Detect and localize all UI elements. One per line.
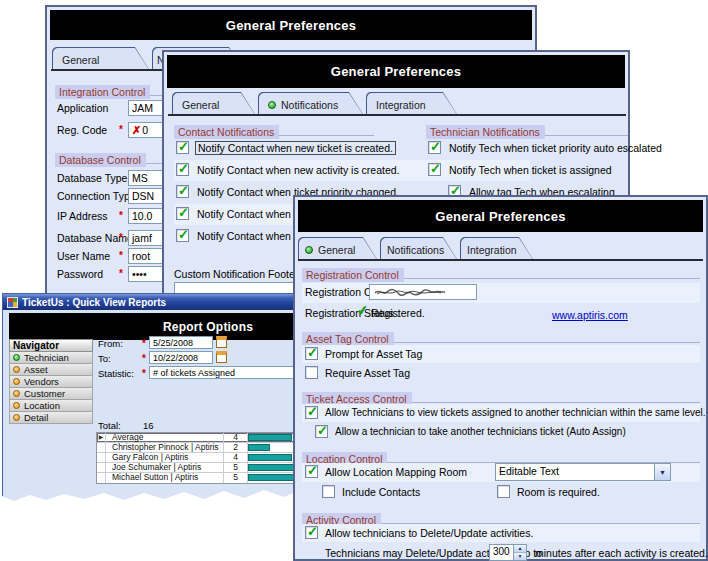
contact-notify-new-activity-checkbox[interactable]: [176, 163, 189, 176]
led-icon: [13, 414, 20, 421]
stepper-down-button[interactable]: ▼: [514, 553, 526, 560]
section-technician-notifications: Technician Notifications: [426, 122, 628, 136]
room-label: Room: [439, 466, 467, 478]
tech-notify-escalated-checkbox[interactable]: [428, 141, 441, 154]
application-label: Application: [57, 102, 108, 114]
registration-code-scribble: [373, 287, 447, 297]
dialog-title: General Preferences: [226, 18, 356, 33]
navigator-header: Navigator: [9, 339, 93, 352]
room-type-dropdown[interactable]: Editable Text ▼: [495, 463, 671, 481]
contact-notify-checkbox[interactable]: [176, 207, 189, 220]
section-location-control: Location Control: [302, 449, 700, 463]
table-row[interactable]: Joe Schumaker | Aptiris 5: [97, 463, 311, 473]
value-bar: [248, 454, 292, 461]
total-label: Total:: [98, 420, 121, 431]
dialog-title-bar: General Preferences: [298, 200, 703, 232]
nav-item-asset[interactable]: Asset: [9, 364, 93, 376]
contact-notify-new-ticket-checkbox[interactable]: [176, 141, 189, 154]
reg-code-label: Reg. Code: [57, 124, 107, 136]
dropdown-arrow-button[interactable]: ▼: [654, 464, 670, 480]
report-table: ▶ Average 4 Christopher Pinnock | Aptiri…: [96, 432, 312, 484]
aptiris-link[interactable]: www.aptiris.com: [552, 309, 628, 321]
require-asset-tag-checkbox[interactable]: [305, 366, 318, 379]
value-bar: [248, 444, 270, 451]
nav-item-vendors[interactable]: Vendors: [9, 376, 93, 388]
allow-delete-update-checkbox[interactable]: [305, 526, 318, 539]
value-bar: [248, 434, 292, 441]
table-row[interactable]: Michael Sutton | Aptiris 5: [97, 473, 311, 483]
led-icon: [13, 402, 20, 409]
allow-location-mapping-checkbox[interactable]: [305, 465, 318, 478]
app-icon: [7, 297, 18, 308]
stepper-up-button[interactable]: ▲: [514, 545, 526, 553]
window-general-preferences-front: General Preferences General Notification…: [293, 195, 708, 561]
statistic-label: Statistic:: [98, 368, 134, 379]
allow-take-ticket-checkbox[interactable]: [315, 425, 328, 438]
dialog-title: General Preferences: [435, 209, 565, 224]
from-date-field[interactable]: 5/25/2008: [149, 336, 213, 349]
allow-view-tickets-checkbox[interactable]: [305, 406, 318, 419]
led-icon: [13, 366, 20, 373]
custom-footer-label: Custom Notification Footer:: [174, 268, 301, 280]
led-icon: [13, 378, 20, 385]
led-icon: [13, 354, 20, 361]
dialog-title-bar: General Preferences: [167, 55, 625, 88]
registered-check-icon: ✔: [356, 302, 369, 318]
table-row[interactable]: ▶ Average 4: [97, 433, 311, 443]
table-row[interactable]: Gary Falcon | Aptiris 4: [97, 453, 311, 463]
nav-item-customer[interactable]: Customer: [9, 388, 93, 400]
nav-item-technician[interactable]: Technician: [9, 352, 93, 364]
registration-status-value: Registered.: [371, 307, 425, 319]
tab-strip-line: [298, 237, 703, 261]
calendar-icon[interactable]: [216, 351, 227, 363]
screenshot-canvas: General Preferences General Notification…: [0, 0, 708, 561]
registration-code-input[interactable]: [369, 284, 477, 300]
minutes-stepper[interactable]: 300 ▲ ▼: [489, 544, 527, 561]
nav-item-location[interactable]: Location: [9, 400, 93, 412]
invalid-icon: ✗: [132, 124, 141, 137]
section-contact-notifications: Contact Notifications: [174, 122, 374, 136]
dialog-title: General Preferences: [331, 64, 461, 79]
table-row[interactable]: Christopher Pinnock | Aptiris 2: [97, 443, 311, 453]
row-marker-icon: ▶: [97, 433, 106, 442]
include-contacts-checkbox[interactable]: [322, 485, 335, 498]
window-title: TicketUs : Quick View Reports: [22, 297, 166, 308]
section-asset-tag-control: Asset Tag Control: [302, 329, 700, 343]
section-registration-control: Registration Control: [302, 265, 700, 279]
room-required-checkbox[interactable]: [497, 485, 510, 498]
led-icon: [13, 390, 20, 397]
nav-item-detail[interactable]: Detail: [9, 412, 93, 424]
tech-notify-assigned-checkbox[interactable]: [428, 163, 441, 176]
tab-strip-line: [168, 92, 626, 116]
dialog-title-bar: General Preferences: [50, 10, 532, 40]
to-date-field[interactable]: 10/22/2008: [149, 351, 213, 364]
section-activity-control: Activity Control: [302, 510, 700, 524]
contact-notify-checkbox[interactable]: [176, 229, 189, 242]
delete-update-suffix: minutes after each activity is created.: [535, 547, 708, 559]
calendar-icon[interactable]: [216, 336, 227, 348]
total-value: 16: [143, 420, 154, 431]
contact-notify-priority-checkbox[interactable]: [176, 185, 189, 198]
from-label: From:: [98, 338, 123, 349]
section-ticket-access-control: Ticket Access Control: [302, 389, 700, 403]
to-label: To:: [98, 353, 111, 364]
prompt-asset-tag-checkbox[interactable]: [305, 347, 318, 360]
